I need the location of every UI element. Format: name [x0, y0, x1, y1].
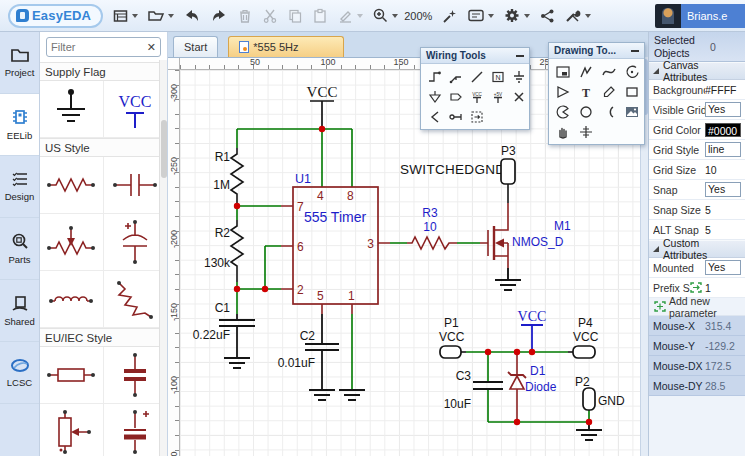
ground-tool[interactable]: [509, 67, 529, 86]
u1-ref[interactable]: U1: [295, 172, 311, 186]
polygon-tool[interactable]: [553, 82, 573, 101]
signature-button[interactable]: [337, 8, 363, 24]
prefix-edit-icon[interactable]: [690, 282, 702, 293]
settings-button[interactable]: [503, 7, 530, 24]
port-p4[interactable]: P4 VCC: [568, 316, 599, 358]
bus-entry-tool[interactable]: [467, 67, 487, 86]
pie-tool[interactable]: [553, 102, 573, 121]
lib-item-us-resistor[interactable]: [40, 157, 104, 214]
r1-value[interactable]: 1M: [213, 178, 230, 192]
grid-color-swatch[interactable]: #0000: [705, 123, 741, 137]
alt-snap-value[interactable]: 5: [705, 224, 741, 236]
grid-style-select[interactable]: line: [705, 142, 741, 157]
component-r2[interactable]: R2 130k: [204, 220, 243, 282]
drawing-tools-palette[interactable]: Drawing To... T: [548, 42, 645, 145]
c3-value[interactable]: 10uF: [444, 397, 471, 411]
lib-item-us-potentiometer[interactable]: [40, 214, 104, 271]
p1-ref[interactable]: P1: [444, 316, 459, 330]
section-canvas-attributes[interactable]: Canvas Attributes: [649, 62, 745, 80]
undo-button[interactable]: [183, 8, 201, 24]
vcc-flag-tool[interactable]: VCC: [467, 87, 487, 106]
c1-value[interactable]: 0.22uF: [193, 328, 230, 342]
d1-value[interactable]: Diode: [525, 380, 557, 394]
bezier-tool[interactable]: [599, 62, 619, 81]
lib-item-us-capacitor[interactable]: [104, 157, 168, 214]
net-port-tool[interactable]: [446, 87, 466, 106]
clear-filter-icon[interactable]: ✕: [147, 41, 156, 54]
image-tool[interactable]: [622, 102, 642, 121]
r2-value[interactable]: 130k: [204, 256, 231, 270]
polyline-tool[interactable]: [576, 62, 596, 81]
dimension-tool[interactable]: [576, 122, 596, 141]
p2-ref[interactable]: P2: [575, 375, 590, 389]
ground-symbols[interactable]: [224, 268, 602, 440]
c2-ref[interactable]: C2: [300, 329, 316, 343]
rectangle-tool[interactable]: [622, 82, 642, 101]
m1-ref[interactable]: M1: [554, 219, 571, 233]
tools-button[interactable]: [564, 8, 591, 24]
c3-ref[interactable]: C3: [456, 369, 472, 383]
c2-value[interactable]: 0.01uF: [278, 356, 315, 370]
r3-ref[interactable]: R3: [422, 206, 438, 220]
redo-button[interactable]: [210, 8, 228, 24]
text-tool[interactable]: T: [576, 82, 596, 101]
lib-item-eu-potentiometer[interactable]: [40, 404, 104, 456]
port-p1[interactable]: P1 VCC: [439, 316, 466, 358]
net-label-tool[interactable]: N: [488, 67, 508, 86]
component-d1-diode[interactable]: D1 Diode: [508, 352, 557, 422]
design-manager-button[interactable]: [467, 8, 494, 23]
prefix-start-value[interactable]: 1: [705, 282, 741, 294]
p1-net[interactable]: VCC: [439, 330, 465, 344]
zoom-button[interactable]: [372, 7, 398, 24]
r2-ref[interactable]: R2: [215, 226, 231, 240]
sidebar-item-eelib[interactable]: EELib: [0, 94, 39, 156]
component-c3[interactable]: C3 10uF: [444, 369, 503, 411]
minimize-icon[interactable]: [516, 55, 524, 57]
net-label-switchedgnd[interactable]: SWITCHEDGND: [400, 162, 505, 177]
mounted-select[interactable]: Yes: [705, 260, 741, 275]
port-p3[interactable]: P3: [501, 144, 516, 203]
netflag-vcc-mid[interactable]: VCC: [518, 309, 547, 352]
canvas-size-tool[interactable]: [553, 62, 573, 81]
vcc-mid-label[interactable]: VCC: [518, 309, 547, 324]
background-value[interactable]: #FFFF: [705, 84, 741, 96]
share-button[interactable]: [539, 8, 555, 24]
filter-input[interactable]: [51, 41, 137, 53]
net-class-tool[interactable]: [467, 107, 487, 126]
component-m1-nmos[interactable]: M1 NMOS_D: [480, 203, 571, 268]
p4-ref[interactable]: P4: [578, 316, 593, 330]
wiring-tools-palette[interactable]: Wiring Tools N VCC +5V: [420, 47, 530, 130]
delete-button[interactable]: [237, 8, 253, 24]
lib-item-us-photoresistor[interactable]: [104, 271, 168, 328]
grid-size-value[interactable]: 10: [705, 164, 741, 176]
menu-button[interactable]: [112, 8, 138, 24]
pencil-tool[interactable]: [599, 82, 619, 101]
netflag-vcc-top[interactable]: VCC: [307, 84, 338, 129]
drag-hand-tool[interactable]: [553, 122, 573, 141]
lib-item-eu-capacitor[interactable]: [104, 347, 168, 404]
c1-ref[interactable]: C1: [215, 301, 231, 315]
sidebar-item-parts[interactable]: Parts: [0, 218, 39, 280]
minimize-icon[interactable]: [631, 50, 639, 52]
section-custom-attributes[interactable]: Custom Attributes: [649, 240, 745, 258]
wiring-tools-titlebar[interactable]: Wiring Tools: [421, 48, 529, 64]
p4-net[interactable]: VCC: [573, 330, 599, 344]
component-u1-555-timer[interactable]: U1 555 Timer 7 6 2 4 8 5 1 3: [281, 172, 390, 314]
u1-value[interactable]: 555 Timer: [304, 209, 367, 225]
p3-ref[interactable]: P3: [501, 144, 516, 158]
snap-size-value[interactable]: 5: [705, 204, 741, 216]
wire-tool[interactable]: [425, 67, 445, 86]
add-parameter-button[interactable]: Add new parameter: [649, 298, 745, 316]
sidebar-item-design[interactable]: Design: [0, 156, 39, 218]
open-arc-tool[interactable]: [599, 102, 619, 121]
lib-item-vcc[interactable]: VCC: [104, 81, 168, 138]
r3-value[interactable]: 10: [423, 220, 437, 234]
plus5v-flag-tool[interactable]: +5V: [488, 87, 508, 106]
bus-tool[interactable]: [446, 67, 466, 86]
sidebar-item-shared[interactable]: Shared: [0, 280, 39, 342]
library-scroll-thumb[interactable]: [161, 120, 167, 178]
sidebar-item-lcsc[interactable]: LCSC: [0, 342, 39, 404]
snap-select[interactable]: Yes: [705, 182, 741, 197]
ellipse-tool[interactable]: [576, 102, 596, 121]
zoom-level[interactable]: 200%: [404, 10, 432, 22]
